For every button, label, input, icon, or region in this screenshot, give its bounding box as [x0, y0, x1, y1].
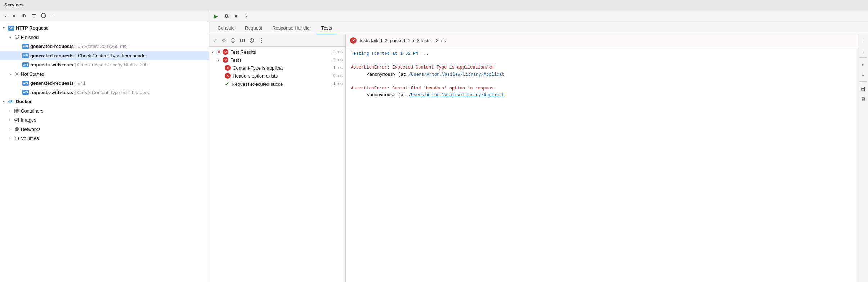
ban-button[interactable]: ⊘ — [220, 37, 228, 44]
svg-point-2 — [16, 73, 18, 75]
tree-docker-root[interactable]: ▾ Docker — [0, 97, 209, 106]
tab-console[interactable]: Console — [212, 22, 240, 34]
test-section-fail-badge: ✕ — [223, 57, 228, 63]
test-item-label-1: Content-Type is applicat — [233, 65, 283, 71]
tree-section-finished[interactable]: ▾ Finished — [0, 33, 209, 42]
divider-2 — [859, 81, 867, 82]
root-label: HTTP Request — [16, 25, 48, 32]
test-tree: ▾ ✕ ✕ Test Results 2 ms ▾ ✕ Tests 2 ms — [209, 47, 345, 282]
tree-item-gen-req-content-type[interactable]: API generated-requests | Check Content-T… — [0, 51, 209, 61]
title-bar: Services — [0, 0, 868, 10]
more-test-button[interactable]: ⋮ — [257, 36, 266, 44]
wrap-button[interactable]: ↵ — [859, 61, 867, 69]
run-button[interactable]: ▶ — [212, 12, 220, 20]
tree-docker-containers[interactable]: › Containers — [0, 106, 209, 116]
networks-icon — [14, 127, 19, 132]
trash-button[interactable] — [859, 95, 867, 103]
tab-response-handler[interactable]: Response Handler — [267, 22, 316, 34]
sort-asc-icon — [231, 38, 236, 43]
test-item-time-3: 1 ms — [333, 81, 343, 87]
console-link-2[interactable]: /Users/Anton.Vasilev/Library/Applicat — [408, 93, 504, 98]
right-panel: ▶ ■ ⋮ Console Request Response Handler T… — [209, 10, 868, 282]
console-panel: ✕ Tests failed: 2, passed: 1 of 3 tests … — [346, 34, 858, 282]
refresh-button[interactable] — [40, 13, 48, 19]
api-icon-6: API — [22, 90, 29, 95]
tree-docker-networks[interactable]: › Networks — [0, 125, 209, 134]
content-area: ✓ ⊘ — [209, 34, 868, 282]
svg-point-0 — [22, 15, 26, 17]
console-link-1[interactable]: /Users/Anton.Vasilev/Library/Applicat — [408, 72, 504, 77]
tab-request[interactable]: Request — [240, 22, 267, 34]
console-line-blank-1 — [351, 57, 853, 64]
stop-button[interactable]: ■ — [233, 13, 239, 19]
svg-rect-5 — [11, 101, 12, 102]
print-button[interactable] — [859, 85, 867, 93]
tree-item-req-check-ct[interactable]: API requests-with-tests | Check Content-… — [0, 88, 209, 97]
containers-icon — [14, 108, 19, 113]
test-fail-icon-2: ✕ — [225, 73, 231, 79]
test-item-headers[interactable]: ✕ Headers option exists 0 ms — [209, 72, 345, 80]
api-icon-5: API — [22, 81, 29, 86]
svg-point-16 — [15, 137, 19, 138]
test-root-status-icon: ✕ — [217, 49, 221, 55]
nav-up-button[interactable]: ‹ — [4, 12, 8, 19]
svg-rect-4 — [10, 101, 11, 102]
sort-asc-button[interactable] — [229, 37, 237, 44]
test-item-request-executed[interactable]: ✓ Request executed succe 1 ms — [209, 80, 345, 88]
containers-label: Containers — [21, 107, 44, 115]
test-item-time-2: 0 ms — [333, 73, 343, 78]
tab-tests[interactable]: Tests — [316, 22, 337, 34]
tree-item-req-with-tests[interactable]: API requests-with-tests | Check response… — [0, 60, 209, 70]
volumes-icon — [14, 136, 19, 141]
svg-rect-10 — [15, 111, 17, 113]
add-button[interactable]: + — [50, 12, 56, 20]
test-pass-icon: ✓ — [225, 81, 229, 87]
scroll-down-button[interactable]: ↓ — [859, 47, 867, 54]
debug-button[interactable] — [223, 13, 231, 19]
print-icon — [861, 87, 865, 91]
test-fail-badge: ✕ — [223, 49, 228, 55]
api-icon-2: API — [22, 44, 29, 49]
more-options-button[interactable]: ⋮ — [242, 12, 251, 20]
right-toolbar: ▶ ■ ⋮ — [209, 10, 868, 22]
check-button[interactable]: ✓ — [212, 37, 219, 44]
test-result-root[interactable]: ▾ ✕ ✕ Test Results 2 ms — [209, 48, 345, 56]
svg-rect-11 — [17, 111, 19, 113]
docker-label: Docker — [16, 98, 32, 105]
eye-button[interactable] — [20, 13, 28, 19]
scroll-up-button[interactable]: ↑ — [859, 36, 867, 44]
tree-item-gen-req-5[interactable]: API generated-requests | #5 Status: 200 … — [0, 42, 209, 51]
tree-root-http-request[interactable]: ▾ API HTTP Request — [0, 23, 209, 33]
images-label: Images — [21, 116, 36, 124]
networks-label: Networks — [21, 126, 40, 133]
svg-rect-9 — [17, 109, 19, 111]
console-error-badge: ✕ — [350, 37, 357, 44]
tree-section-not-started[interactable]: ▾ Not Started — [0, 70, 209, 79]
refresh-icon — [14, 35, 19, 40]
test-item-label-3: Request executed succe — [232, 81, 283, 87]
test-item-time-1: 1 ms — [333, 65, 343, 70]
tree-docker-images[interactable]: › Images — [0, 115, 209, 125]
clock-button[interactable] — [248, 37, 256, 44]
test-root-time: 2 ms — [333, 49, 343, 54]
tabs-row: Console Request Response Handler Tests — [209, 22, 868, 34]
left-toolbar: ‹ ✕ + — [0, 10, 209, 22]
console-line-anon-1: <anonymous> (at /Users/Anton.Vasilev/Lib… — [357, 71, 853, 78]
main-area: ‹ ✕ + — [0, 10, 868, 282]
api-icon: API — [8, 26, 14, 31]
columns-icon — [240, 38, 245, 43]
filter-button[interactable] — [30, 13, 38, 19]
tree-item-gen-req-41[interactable]: API generated-requests | #41 — [0, 79, 209, 88]
test-section-tests[interactable]: ▾ ✕ Tests 2 ms — [209, 56, 345, 64]
columns-button[interactable] — [238, 37, 246, 44]
nav-close-button[interactable]: ✕ — [10, 12, 18, 19]
gear-icon — [14, 71, 19, 76]
tree-docker-volumes[interactable]: › Volumes — [0, 134, 209, 143]
test-fail-icon-1: ✕ — [225, 65, 231, 71]
console-output: Testing started at 1:32 PM ... Assertion… — [346, 47, 858, 282]
side-actions: ↑ ↓ ↵ ≡ — [858, 34, 868, 282]
test-item-content-type[interactable]: ✕ Content-Type is applicat 1 ms — [209, 64, 345, 72]
console-status-text: Tests failed: 2, passed: 1 of 3 tests – … — [359, 38, 446, 43]
bug-icon — [224, 14, 229, 19]
sort-button[interactable]: ≡ — [859, 71, 867, 79]
